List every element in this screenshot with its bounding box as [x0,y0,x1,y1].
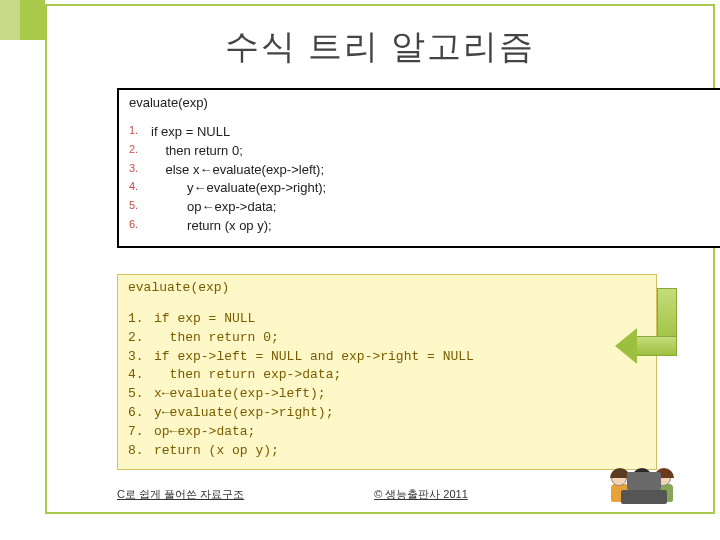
code-line: 6. return (x op y); [129,217,713,236]
code-line: 6.y←evaluate(exp->right); [128,404,646,423]
pseudocode-lines: 1.if exp = NULL 2. then return 0; 3. els… [129,123,713,236]
code-line: 3.if exp->left = NULL and exp->right = N… [128,348,646,367]
code-line: 3. else x←evaluate(exp->left); [129,161,713,180]
footer-left: C로 쉽게 풀어쓴 자료구조 [117,487,244,502]
pseudocode-lines: 1.if exp = NULL 2. then return 0; 3.if e… [128,310,646,461]
pseudocode-box-revised: evaluate(exp) 1.if exp = NULL 2. then re… [117,274,657,470]
code-line: 5.x←evaluate(exp->left); [128,385,646,404]
code-line: 4. y←evaluate(exp->right); [129,179,713,198]
code-line: 2. then return 0; [129,142,713,161]
pseudocode-header: evaluate(exp) [129,94,713,113]
footer-right: © 생능출판사 2011 [374,487,468,502]
code-line: 5. op←exp->data; [129,198,713,217]
code-line: 2. then return 0; [128,329,646,348]
laptop-icon [621,490,667,504]
pseudocode-header: evaluate(exp) [128,279,646,298]
decoration-block-inner [0,0,20,40]
down-left-arrow-icon [657,288,677,346]
slide-title: 수식 트리 알고리즘 [47,24,713,70]
code-line: 1.if exp = NULL [129,123,713,142]
children-illustration [611,442,701,502]
pseudocode-box-original: evaluate(exp) 1.if exp = NULL 2. then re… [117,88,720,248]
code-line: 1.if exp = NULL [128,310,646,329]
code-line: 7.op←exp->data; [128,423,646,442]
code-line: 4. then return exp->data; [128,366,646,385]
slide-frame: 수식 트리 알고리즘 evaluate(exp) 1.if exp = NULL… [45,4,715,514]
code-line: 8.return (x op y); [128,442,646,461]
